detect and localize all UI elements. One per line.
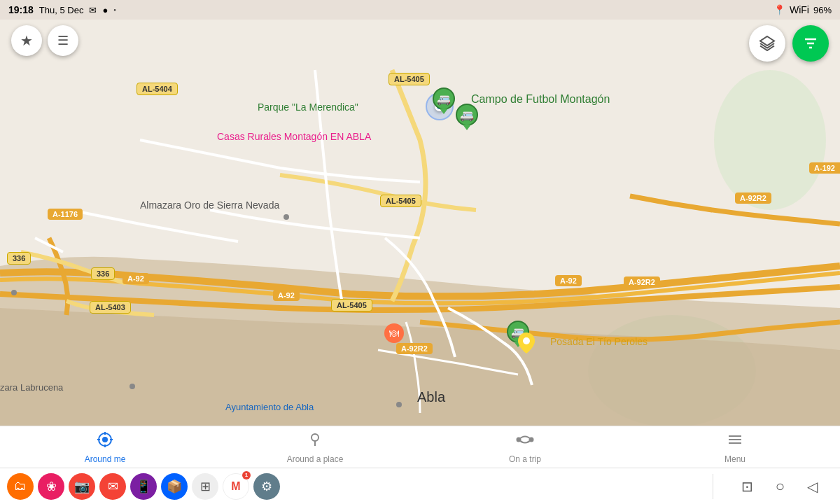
around-me-icon <box>96 430 114 453</box>
food-marker[interactable]: 🍽 <box>384 323 404 343</box>
nav-around-me[interactable]: Around me <box>0 426 210 468</box>
menu-label: Menu <box>724 454 746 464</box>
posada-marker[interactable] <box>518 332 535 356</box>
battery-text: 96% <box>813 5 832 15</box>
filter-button[interactable] <box>792 25 829 62</box>
viber-app-icon[interactable]: 📱 <box>130 473 157 500</box>
signal-icon: ● <box>102 5 108 15</box>
map-roads-svg <box>0 0 840 426</box>
email-app-icon[interactable]: ✉ <box>99 473 126 500</box>
map-controls-left: ★ ☰ <box>11 25 78 56</box>
road-label-al5404: AL-5404 <box>136 83 178 95</box>
favorite-button[interactable]: ★ <box>11 25 42 56</box>
bottom-navigation: Around me Around a place On a trip <box>0 426 840 468</box>
android-recent-button[interactable]: ⊡ <box>741 478 753 495</box>
settings-app-icon[interactable]: ⚙ <box>253 473 280 500</box>
layers-button[interactable] <box>749 25 785 62</box>
road-label-a92r2-2: A-92R2 <box>624 276 660 288</box>
map-background[interactable]: AL-5405 AL-5404 AL-5405 AL-5405 A-1176 A… <box>0 0 840 426</box>
svg-point-2 <box>523 337 530 344</box>
list-button[interactable]: ☰ <box>48 25 78 56</box>
map-container[interactable]: AL-5405 AL-5404 AL-5405 AL-5405 A-1176 A… <box>0 0 840 426</box>
svg-point-13 <box>312 434 318 441</box>
time: 19:18 <box>8 4 34 15</box>
app-tray: 🗂 ❀ 📷 ✉ 📱 📦 ⊞ M 1 ⚙ <box>0 473 707 500</box>
nav-on-a-trip[interactable]: On a trip <box>420 426 630 468</box>
svg-point-15 <box>517 438 521 441</box>
road-label-al5403: AL-5403 <box>90 301 131 314</box>
on-a-trip-label: On a trip <box>509 454 541 464</box>
nav-around-place[interactable]: Around a place <box>210 426 420 468</box>
place-dot-2 <box>11 290 17 295</box>
svg-point-1 <box>714 70 826 210</box>
road-label-al5405-bot: AL-5405 <box>331 299 372 312</box>
road-label-al5405-top: AL-5405 <box>388 73 430 85</box>
android-back-button[interactable]: ◁ <box>807 478 818 495</box>
place-dot-3 <box>130 384 135 389</box>
road-label-a1176: A-1176 <box>48 209 83 220</box>
road-label-336-2: 336 <box>91 267 115 280</box>
dropbox-app-icon[interactable]: 📦 <box>161 473 188 500</box>
svg-point-16 <box>530 438 533 441</box>
camping-marker-1[interactable]: 🚐 <box>433 88 455 110</box>
android-nav-buttons: ⊡ ○ ◁ <box>719 477 840 496</box>
android-system-bar: 🗂 ❀ 📷 ✉ 📱 📦 ⊞ M 1 ⚙ ⊡ ○ ◁ <box>0 468 840 504</box>
wifi-icon: WiFi <box>790 4 809 15</box>
map-controls-right <box>749 25 829 62</box>
location-status-icon: 📍 <box>774 4 785 15</box>
place-dot-1 <box>284 214 289 220</box>
road-label-a192: A-192 <box>809 162 840 174</box>
apps-grid-icon[interactable]: ⊞ <box>192 473 218 500</box>
status-bar: 19:18 Thu, 5 Dec ✉ ● ● 📍 WiFi 96% <box>0 0 840 20</box>
road-label-a92-1: A-92 <box>122 273 149 284</box>
svg-point-8 <box>102 437 108 442</box>
place-dot-4 <box>396 402 402 407</box>
gmail-app-icon[interactable]: M 1 <box>223 473 249 500</box>
around-me-label: Around me <box>85 454 126 464</box>
nav-menu[interactable]: Menu <box>630 426 840 468</box>
on-a-trip-icon <box>516 430 534 453</box>
around-place-icon <box>306 430 324 453</box>
around-place-label: Around a place <box>287 454 344 464</box>
flower-app-icon[interactable]: ❀ <box>38 473 64 500</box>
system-bar-divider <box>713 474 713 499</box>
dot-icon: ● <box>113 8 116 12</box>
date: Thu, 5 Dec <box>39 5 84 15</box>
road-label-a92r2-3: A-92R2 <box>396 343 433 354</box>
camera-app-icon[interactable]: 📷 <box>69 473 95 500</box>
camping-marker-2[interactable]: 🚐 <box>456 104 478 126</box>
menu-icon <box>726 430 744 453</box>
road-label-a92r2-1: A-92R2 <box>735 192 771 204</box>
files-app-icon[interactable]: 🗂 <box>7 473 34 500</box>
android-home-button[interactable]: ○ <box>776 477 785 496</box>
road-label-al5405-mid: AL-5405 <box>380 195 421 207</box>
mail-icon: ✉ <box>89 5 97 15</box>
road-label-a92-3: A-92 <box>555 275 582 286</box>
road-label-336-1: 336 <box>7 252 31 265</box>
road-label-a92-2: A-92 <box>273 290 300 301</box>
